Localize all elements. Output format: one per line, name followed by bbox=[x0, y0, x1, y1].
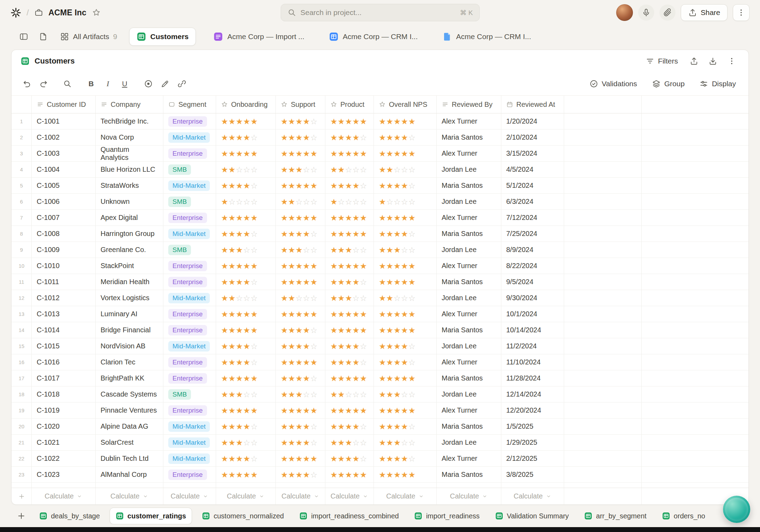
calculate-button[interactable]: Calculate bbox=[276, 488, 325, 504]
cell-empty[interactable] bbox=[642, 146, 748, 162]
cell-reviewed-at[interactable]: 9/5/2024 bbox=[501, 274, 564, 290]
cell-reviewed-by[interactable]: Alex Turner bbox=[437, 354, 501, 370]
cell-product[interactable]: ★☆☆☆☆ bbox=[325, 194, 374, 210]
cell-company[interactable]: SolarCrest bbox=[96, 435, 163, 451]
cell-company[interactable]: BrightPath KK bbox=[96, 370, 163, 386]
cell-empty[interactable] bbox=[642, 194, 748, 210]
cell-empty[interactable] bbox=[642, 435, 748, 451]
cell-empty[interactable] bbox=[564, 483, 642, 488]
cell-segment[interactable]: SMB bbox=[163, 242, 216, 258]
validations-button[interactable]: Validations bbox=[584, 76, 642, 92]
cell-empty[interactable] bbox=[642, 419, 748, 435]
sheet-tab-validation-summary[interactable]: Validation Summary bbox=[489, 508, 574, 524]
cell-company[interactable]: Dublin Tech Ltd bbox=[96, 451, 163, 467]
cell-reviewed-by[interactable]: Jordan Lee bbox=[437, 194, 501, 210]
cell-support[interactable]: ★★★★★ bbox=[276, 451, 325, 467]
cell-customer-id[interactable]: C-1021 bbox=[32, 435, 96, 451]
cell-onboarding[interactable]: ★☆☆☆☆ bbox=[216, 194, 276, 210]
cell-customer-id[interactable]: C-1023 bbox=[32, 467, 96, 483]
cell-company[interactable]: StrataWorks bbox=[96, 178, 163, 194]
cell-company[interactable]: TechBridge Inc. bbox=[96, 113, 163, 130]
cell-empty[interactable] bbox=[642, 354, 748, 370]
sheet-tab-customer-ratings[interactable]: customer_ratings bbox=[110, 508, 192, 524]
cell-empty[interactable] bbox=[642, 130, 748, 146]
cell-reviewed-at[interactable]: 7/12/2024 bbox=[501, 210, 564, 226]
cell-overall-nps[interactable]: ★★★★☆ bbox=[374, 354, 437, 370]
cell-overall-nps[interactable]: ★★★★★ bbox=[374, 146, 437, 162]
cell-reviewed-at[interactable]: 1/5/2025 bbox=[501, 419, 564, 435]
cell-segment[interactable]: Mid-Market bbox=[163, 451, 216, 467]
calculate-button[interactable]: Calculate bbox=[501, 488, 564, 504]
cell-company[interactable]: Vortex Logistics bbox=[96, 290, 163, 306]
calculate-button[interactable]: Calculate bbox=[374, 488, 437, 504]
cell-empty[interactable] bbox=[564, 419, 642, 435]
cell-customer-id[interactable]: C-1011 bbox=[32, 274, 96, 290]
cell-segment[interactable]: Mid-Market bbox=[163, 226, 216, 242]
sheet-tab-deals-by-stage[interactable]: deals_by_stage bbox=[34, 508, 105, 524]
cell-reviewed-at[interactable]: 11/28/2024 bbox=[501, 370, 564, 386]
cell-onboarding[interactable]: ★★★☆☆ bbox=[216, 242, 276, 258]
cell-product[interactable]: ★★★☆☆ bbox=[325, 435, 374, 451]
more-options-button[interactable] bbox=[733, 4, 750, 21]
cell-onboarding[interactable]: ★★★★★ bbox=[216, 370, 276, 386]
tab-all-artifacts[interactable]: All Artifacts 9 bbox=[54, 28, 123, 46]
search-input[interactable]: Search in project... ⌘ K bbox=[281, 4, 480, 21]
cell-customer-id[interactable]: C-1012 bbox=[32, 290, 96, 306]
cell-product[interactable]: ★★★★☆ bbox=[325, 354, 374, 370]
artifact-tab-acme-corp-crm-i[interactable]: Acme Corp — CRM I... bbox=[435, 28, 538, 46]
cell-onboarding[interactable]: ★★★★★ bbox=[216, 113, 276, 130]
artifact-tab-customers[interactable]: Customers bbox=[129, 28, 196, 46]
cell-customer-id[interactable]: C-1019 bbox=[32, 402, 96, 419]
cell-customer-id[interactable]: C-1022 bbox=[32, 451, 96, 467]
group-button[interactable]: Group bbox=[647, 76, 689, 92]
cell-support[interactable]: ★★★★☆ bbox=[276, 113, 325, 130]
cell-product[interactable]: ★★★☆☆ bbox=[325, 290, 374, 306]
cell-customer-id[interactable]: C-1015 bbox=[32, 338, 96, 354]
cell-reviewed-at[interactable]: 10/1/2024 bbox=[501, 306, 564, 322]
column-header-segment[interactable]: Segment bbox=[163, 96, 216, 113]
column-header-customer-id[interactable]: Customer ID bbox=[32, 96, 96, 113]
cell-product[interactable]: ★★★★★ bbox=[325, 306, 374, 322]
cell-product[interactable]: ★★★★★ bbox=[325, 467, 374, 483]
attach-button[interactable] bbox=[659, 5, 676, 21]
cell-empty[interactable] bbox=[642, 113, 748, 130]
cell-reviewed-at[interactable]: 7/25/2024 bbox=[501, 226, 564, 242]
cell-empty[interactable] bbox=[564, 290, 642, 306]
cell-segment[interactable]: Enterprise bbox=[163, 113, 216, 130]
cell-onboarding[interactable]: ★★★★☆ bbox=[216, 178, 276, 194]
cell-segment[interactable]: SMB bbox=[163, 386, 216, 402]
cell-reviewed-at[interactable]: 4/5/2024 bbox=[501, 162, 564, 178]
cell-empty[interactable] bbox=[564, 402, 642, 419]
cell-customer-id[interactable]: C-1004 bbox=[32, 162, 96, 178]
column-header-reviewed-at[interactable]: Reviewed At bbox=[501, 96, 564, 113]
artifact-tab-acme-corp-import[interactable]: Acme Corp — Import ... bbox=[206, 28, 311, 46]
cell-overall-nps[interactable]: ★★★★★ bbox=[374, 210, 437, 226]
cell-company[interactable]: Harrington Group bbox=[96, 226, 163, 242]
sheet-tab-import-readiness[interactable]: import_readiness bbox=[408, 508, 485, 524]
cell-overall-nps[interactable]: ★★★★★ bbox=[374, 274, 437, 290]
cell-empty[interactable] bbox=[642, 386, 748, 402]
cell-reviewed-at[interactable]: 11/2/2024 bbox=[501, 338, 564, 354]
cell-support[interactable]: ★★★☆☆ bbox=[276, 242, 325, 258]
cell-product[interactable]: ★★☆☆☆ bbox=[325, 386, 374, 402]
highlight-button[interactable] bbox=[157, 76, 173, 91]
cell-segment[interactable]: Enterprise bbox=[163, 274, 216, 290]
cell-product[interactable]: ★★★★★ bbox=[325, 226, 374, 242]
cell-overall-nps[interactable]: ★★★★★ bbox=[374, 258, 437, 274]
cell-reviewed-at[interactable]: 3/15/2024 bbox=[501, 146, 564, 162]
cell-product[interactable]: ★★★★☆ bbox=[325, 178, 374, 194]
cell-product[interactable]: ★★★★★ bbox=[325, 258, 374, 274]
cell-company[interactable] bbox=[96, 483, 163, 488]
column-header-reviewed-by[interactable]: Reviewed By bbox=[437, 96, 501, 113]
cell-customer-id[interactable]: C-1014 bbox=[32, 322, 96, 338]
cell-customer-id[interactable] bbox=[32, 483, 96, 488]
cell-empty[interactable] bbox=[642, 226, 748, 242]
cell-company[interactable]: Clarion Tec bbox=[96, 354, 163, 370]
cell-empty[interactable] bbox=[564, 306, 642, 322]
cell-onboarding[interactable]: ★★★★☆ bbox=[216, 419, 276, 435]
cell-segment[interactable]: Mid-Market bbox=[163, 338, 216, 354]
cell-reviewed-by[interactable]: Alex Turner bbox=[437, 451, 501, 467]
cell-product[interactable]: ★★★★☆ bbox=[325, 274, 374, 290]
cell-reviewed-by[interactable]: Maria Santos bbox=[437, 130, 501, 146]
cell-empty[interactable] bbox=[642, 402, 748, 419]
